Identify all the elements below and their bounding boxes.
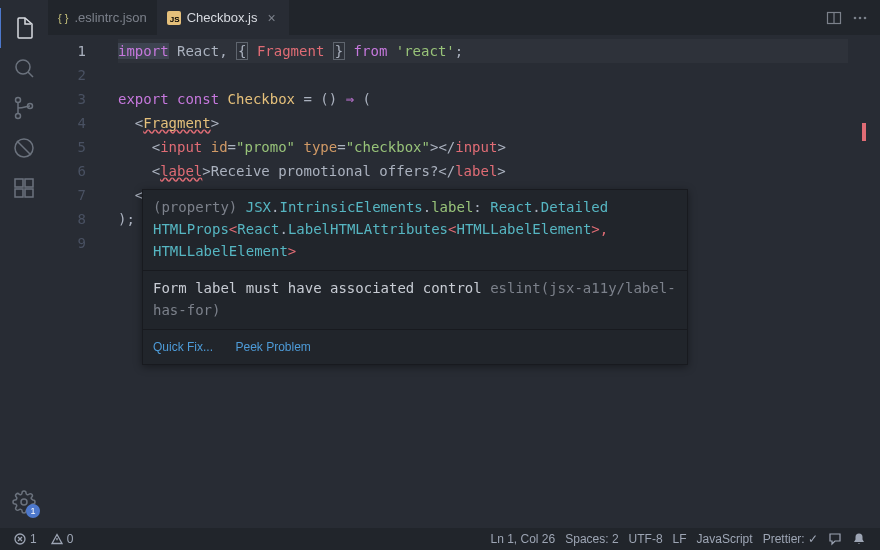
code-line: <Fragment> [118, 111, 848, 135]
line-number: 3 [48, 87, 86, 111]
status-encoding[interactable]: UTF-8 [625, 532, 667, 546]
debug-disabled-icon[interactable] [0, 128, 48, 168]
status-warnings[interactable]: 0 [47, 532, 78, 546]
svg-rect-5 [15, 179, 23, 187]
code-line: export const Checkbox = () ⇒ ( [118, 87, 848, 111]
scrollbar[interactable] [866, 35, 880, 528]
tab-bar: { } .eslintrc.json JS Checkbox.js × [48, 0, 880, 35]
status-bar: 1 0 Ln 1, Col 26 Spaces: 2 UTF-8 LF Java… [0, 528, 880, 550]
close-icon[interactable]: × [263, 10, 279, 26]
line-number: 7 [48, 183, 86, 207]
svg-rect-8 [25, 179, 33, 187]
search-icon[interactable] [0, 48, 48, 88]
line-number: 1 [48, 39, 86, 63]
json-file-icon: { } [58, 12, 68, 24]
quick-fix-link[interactable]: Quick Fix... [153, 340, 213, 354]
status-bell-icon[interactable] [848, 532, 870, 546]
svg-point-2 [16, 114, 21, 119]
hover-actions: Quick Fix... Peek Problem [143, 329, 687, 364]
settings-badge: 1 [26, 504, 40, 518]
minimap[interactable] [848, 35, 866, 528]
more-icon[interactable] [852, 10, 868, 26]
svg-point-1 [16, 98, 21, 103]
svg-point-0 [16, 60, 30, 74]
peek-problem-link[interactable]: Peek Problem [235, 340, 310, 354]
source-control-icon[interactable] [0, 88, 48, 128]
status-cursor-position[interactable]: Ln 1, Col 26 [487, 532, 560, 546]
activity-bar: 1 [0, 0, 48, 528]
code-line [118, 63, 848, 87]
extensions-icon[interactable] [0, 168, 48, 208]
editor[interactable]: 1 2 3 4 5 6 7 8 9 import React, { Fragme… [48, 35, 880, 528]
svg-rect-6 [15, 189, 23, 197]
tab-eslintrc[interactable]: { } .eslintrc.json [48, 0, 157, 35]
status-language[interactable]: JavaScript [693, 532, 757, 546]
status-eol[interactable]: LF [669, 532, 691, 546]
hover-tooltip: (property) JSX.IntrinsicElements.label: … [142, 189, 688, 365]
line-number: 9 [48, 231, 86, 255]
svg-point-9 [21, 499, 27, 505]
status-prettier[interactable]: Prettier: ✓ [759, 532, 822, 546]
hover-lint-message: Form label must have associated control … [143, 270, 687, 329]
minimap-error-marker[interactable] [862, 123, 866, 141]
line-number: 2 [48, 63, 86, 87]
svg-point-11 [854, 16, 857, 19]
line-gutter: 1 2 3 4 5 6 7 8 9 [48, 35, 100, 528]
settings-gear-icon[interactable]: 1 [0, 482, 48, 522]
js-file-icon: JS [167, 11, 181, 25]
line-number: 5 [48, 135, 86, 159]
hover-signature: (property) JSX.IntrinsicElements.label: … [143, 190, 687, 270]
tab-label: Checkbox.js [187, 10, 258, 25]
tab-label: .eslintrc.json [74, 10, 146, 25]
svg-point-13 [864, 16, 867, 19]
svg-point-12 [859, 16, 862, 19]
code-line: import React, { Fragment } from 'react'; [118, 39, 848, 63]
code-line: <input id="promo" type="checkbox"></inpu… [118, 135, 848, 159]
svg-rect-7 [25, 189, 33, 197]
status-errors[interactable]: 1 [10, 532, 41, 546]
line-number: 4 [48, 111, 86, 135]
line-number: 8 [48, 207, 86, 231]
split-editor-icon[interactable] [826, 10, 842, 26]
explorer-icon[interactable] [0, 8, 47, 48]
code-line: <label>Receive promotional offers?</labe… [118, 159, 848, 183]
code-area[interactable]: import React, { Fragment } from 'react';… [100, 35, 848, 528]
status-feedback-icon[interactable] [824, 532, 846, 546]
line-number: 6 [48, 159, 86, 183]
status-indentation[interactable]: Spaces: 2 [561, 532, 622, 546]
tab-checkbox-js[interactable]: JS Checkbox.js × [157, 0, 290, 35]
